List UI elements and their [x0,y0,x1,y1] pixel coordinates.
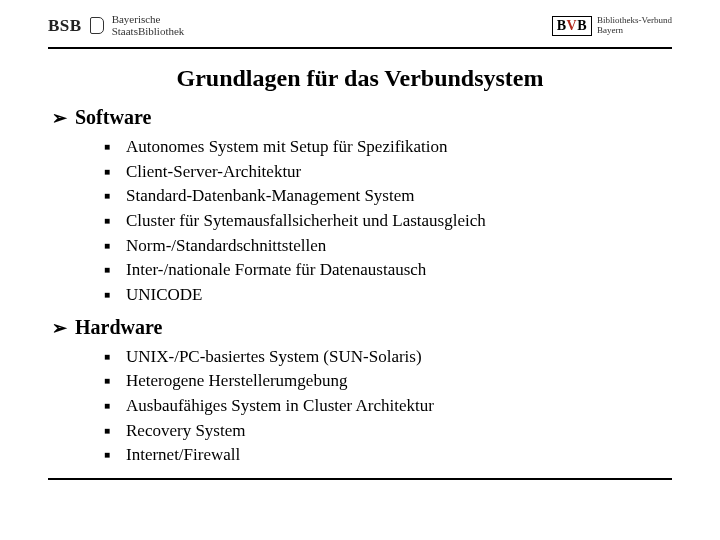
section-hardware: ➢ Hardware ■UNIX-/PC-basiertes System (S… [48,316,672,468]
list-item: ■Recovery System [104,419,672,444]
square-bullet-icon: ■ [104,263,116,288]
list-item: ■Ausbaufähiges System in Cluster Archite… [104,394,672,419]
square-bullet-icon: ■ [104,350,116,375]
item-list: ■Autonomes System mit Setup für Spezifik… [104,135,672,307]
book-icon [90,17,104,34]
square-bullet-icon: ■ [104,165,116,190]
arrow-icon: ➢ [52,319,67,337]
section-heading-text: Hardware [75,316,162,339]
square-bullet-icon: ■ [104,214,116,239]
header-divider [48,47,672,49]
square-bullet-icon: ■ [104,189,116,214]
item-list: ■UNIX-/PC-basiertes System (SUN-Solaris)… [104,345,672,468]
bsb-name: Bayerische StaatsBibliothek [112,14,185,37]
section-software: ➢ Software ■Autonomes System mit Setup f… [48,106,672,307]
section-heading: ➢ Hardware [52,316,672,339]
list-item: ■Norm-/Standardschnittstellen [104,234,672,259]
list-item: ■Autonomes System mit Setup für Spezifik… [104,135,672,160]
bsb-name-line2: StaatsBibliothek [112,26,185,38]
square-bullet-icon: ■ [104,424,116,449]
square-bullet-icon: ■ [104,374,116,399]
square-bullet-icon: ■ [104,448,116,473]
logo-bvb: BVB Bibliotheks-Verbund Bayern [552,16,672,36]
bsb-abbr: BSB [48,16,82,36]
slide-title: Grundlagen für das Verbundsystem [0,65,720,92]
list-item: ■Heterogene Herstellerumgebung [104,369,672,394]
list-item: ■Standard-Datenbank-Management System [104,184,672,209]
square-bullet-icon: ■ [104,140,116,165]
list-item: ■Internet/Firewall [104,443,672,468]
section-heading-text: Software [75,106,151,129]
list-item: ■UNICODE [104,283,672,308]
list-item: ■UNIX-/PC-basiertes System (SUN-Solaris) [104,345,672,370]
list-item: ■Client-Server-Architektur [104,160,672,185]
slide-header: BSB Bayerische StaatsBibliothek BVB Bibl… [0,0,720,43]
bvb-name-line2: Bayern [597,26,672,35]
arrow-icon: ➢ [52,109,67,127]
footer-divider [48,478,672,480]
list-item: ■Inter-/nationale Formate für Datenausta… [104,258,672,283]
bvb-name: Bibliotheks-Verbund Bayern [597,16,672,35]
square-bullet-icon: ■ [104,239,116,264]
logo-bsb: BSB Bayerische StaatsBibliothek [48,14,184,37]
slide-content: ➢ Software ■Autonomes System mit Setup f… [0,106,720,468]
bsb-name-line1: Bayerische [112,14,185,26]
list-item: ■Cluster für Sytemausfallsicherheit und … [104,209,672,234]
square-bullet-icon: ■ [104,399,116,424]
bvb-abbr: BVB [552,16,592,36]
section-heading: ➢ Software [52,106,672,129]
square-bullet-icon: ■ [104,288,116,313]
